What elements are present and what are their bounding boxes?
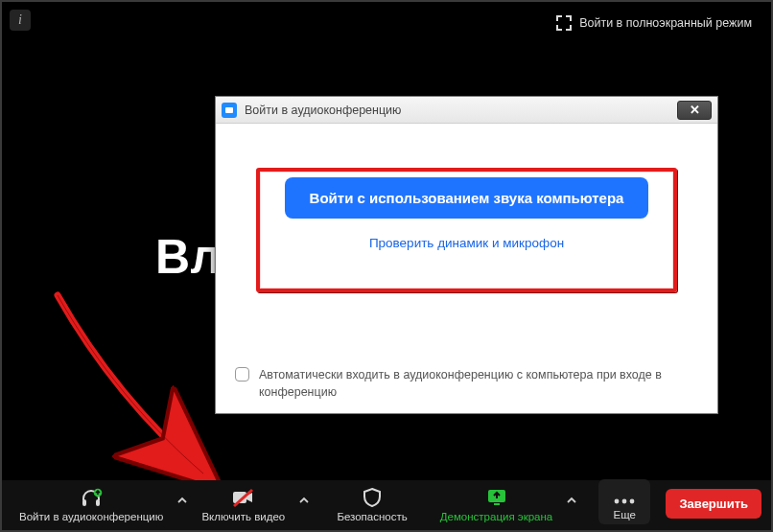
join-computer-audio-button[interactable]: Войти с использованием звука компьютера	[285, 177, 649, 219]
info-button[interactable]: i	[10, 10, 31, 31]
video-off-icon	[231, 487, 256, 508]
svg-rect-2	[96, 499, 100, 506]
share-screen-button[interactable]: Демонстрация экрана	[433, 485, 561, 524]
annotation-arrow	[40, 289, 232, 500]
join-audio-label: Войти в аудиоконференцию	[19, 511, 163, 522]
shield-icon	[362, 487, 383, 508]
audio-options-caret[interactable]	[173, 496, 192, 524]
security-button[interactable]: Безопасность	[329, 485, 414, 524]
dialog-title: Войти в аудиоконференцию	[245, 104, 401, 117]
start-video-label: Включить видео	[201, 511, 285, 522]
test-audio-link[interactable]: Проверить динамик и микрофон	[216, 236, 717, 250]
share-screen-icon	[485, 487, 508, 508]
svg-point-10	[630, 499, 635, 504]
video-options-caret[interactable]	[294, 496, 314, 524]
auto-join-label: Автоматически входить в аудиоконференцию…	[259, 366, 694, 403]
end-meeting-button[interactable]: Завершить	[666, 489, 761, 519]
svg-point-9	[622, 499, 627, 504]
join-audio-dialog: Войти в аудиоконференцию ✕ Войти с испол…	[215, 96, 718, 414]
share-options-caret[interactable]	[562, 496, 581, 524]
share-screen-label: Демонстрация экрана	[440, 511, 553, 522]
dialog-body: Войти с использованием звука компьютера …	[216, 124, 717, 413]
more-button[interactable]: Еще	[598, 479, 650, 524]
more-label: Еще	[614, 509, 636, 520]
fullscreen-icon	[556, 15, 572, 31]
svg-rect-7	[494, 503, 500, 505]
enter-fullscreen-button[interactable]: Войти в полноэкранный режим	[550, 12, 758, 35]
app-icon	[222, 103, 237, 118]
start-video-button[interactable]: Включить видео	[194, 485, 293, 524]
auto-join-checkbox[interactable]	[235, 367, 249, 382]
join-audio-button[interactable]: Войти в аудиоконференцию	[12, 485, 171, 524]
close-icon: ✕	[690, 103, 700, 117]
dialog-titlebar[interactable]: Войти в аудиоконференцию ✕	[216, 97, 717, 124]
svg-point-8	[615, 499, 620, 504]
svg-rect-1	[82, 499, 86, 506]
security-label: Безопасность	[337, 511, 407, 522]
meeting-window: i Войти в полноэкранный режим Вл Войти в…	[0, 0, 773, 532]
dialog-close-button[interactable]: ✕	[677, 101, 712, 120]
fullscreen-label: Войти в полноэкранный режим	[579, 16, 752, 30]
participant-name-partial: Вл	[155, 229, 222, 285]
meeting-toolbar: Войти в аудиоконференцию Включить видео …	[2, 480, 771, 530]
more-icon	[612, 485, 637, 506]
headphones-icon	[80, 487, 103, 508]
